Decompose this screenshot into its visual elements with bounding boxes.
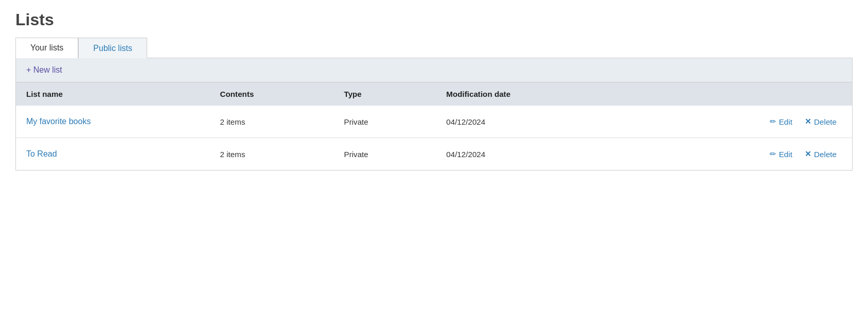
table-header: List name Contents Type Modification dat… xyxy=(16,82,852,106)
list-name-link-0[interactable]: My favorite books xyxy=(26,117,91,126)
delete-button-1[interactable]: ✕ Delete xyxy=(800,147,842,161)
table-row: My favorite books 2 items Private 04/12/… xyxy=(16,106,852,138)
tab-public-lists[interactable]: Public lists xyxy=(78,38,147,58)
edit-label-0: Edit xyxy=(779,117,792,126)
page-title: Lists xyxy=(15,10,853,29)
col-header-list-name: List name xyxy=(16,82,210,106)
delete-label-1: Delete xyxy=(814,150,837,159)
lists-table: List name Contents Type Modification dat… xyxy=(16,82,852,170)
tab-content-your-lists: + New list List name Contents Type Modif… xyxy=(15,58,853,171)
table-body: My favorite books 2 items Private 04/12/… xyxy=(16,106,852,170)
list-modification-date-0: 04/12/2024 xyxy=(436,106,629,138)
table-row: To Read 2 items Private 04/12/2024 ✏ Edi… xyxy=(16,138,852,171)
delete-button-0[interactable]: ✕ Delete xyxy=(800,115,842,128)
tab-your-lists[interactable]: Your lists xyxy=(15,38,78,58)
delete-label-0: Delete xyxy=(814,117,837,126)
col-header-type: Type xyxy=(334,82,436,106)
list-name-link-1[interactable]: To Read xyxy=(26,149,57,158)
col-header-modification-date: Modification date xyxy=(436,82,629,106)
edit-button-1[interactable]: ✏ Edit xyxy=(765,147,798,161)
tab-bar: Your lists Public lists xyxy=(15,38,853,58)
list-contents-0: 2 items xyxy=(210,106,334,138)
edit-button-0[interactable]: ✏ Edit xyxy=(765,115,798,128)
edit-label-1: Edit xyxy=(779,150,792,159)
cross-icon: ✕ xyxy=(805,149,811,159)
list-contents-1: 2 items xyxy=(210,138,334,171)
col-header-contents: Contents xyxy=(210,82,334,106)
toolbar: + New list xyxy=(16,58,852,82)
list-modification-date-1: 04/12/2024 xyxy=(436,138,629,171)
cross-icon: ✕ xyxy=(805,117,811,126)
list-type-0: Private xyxy=(334,106,436,138)
list-type-1: Private xyxy=(334,138,436,171)
pencil-icon: ✏ xyxy=(770,149,776,159)
pencil-icon: ✏ xyxy=(770,117,776,126)
new-list-button[interactable]: + New list xyxy=(26,65,62,75)
col-header-actions xyxy=(629,82,852,106)
